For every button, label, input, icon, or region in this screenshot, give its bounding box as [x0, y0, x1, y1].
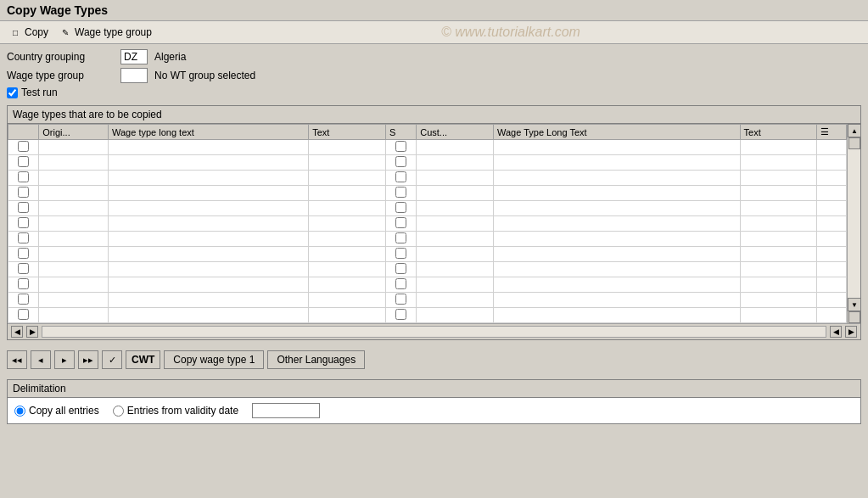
row-s-checkbox[interactable]: [395, 263, 406, 274]
copy-wage-type-button[interactable]: Copy wage type 1: [164, 350, 264, 369]
country-grouping-input[interactable]: [120, 49, 148, 64]
scroll-down-btn[interactable]: ▼: [848, 298, 861, 311]
table-row[interactable]: [8, 186, 847, 201]
table-cell[interactable]: [385, 277, 416, 293]
first-record-btn[interactable]: ◂◂: [7, 350, 27, 369]
toolbar-copy[interactable]: □ Copy: [5, 24, 52, 41]
row-checkbox[interactable]: [18, 187, 29, 198]
cwt-button[interactable]: CWT: [126, 350, 160, 369]
row-s-checkbox[interactable]: [395, 171, 406, 182]
row-selector[interactable]: [8, 171, 39, 186]
row-selector[interactable]: [8, 201, 39, 216]
table-row[interactable]: [8, 308, 847, 323]
table-cell: [109, 216, 309, 232]
row-s-checkbox[interactable]: [395, 248, 406, 259]
row-selector[interactable]: [8, 247, 39, 262]
col-header-custlongtext[interactable]: Wage Type Long Text: [494, 125, 741, 140]
table-cell[interactable]: [385, 216, 416, 232]
row-s-checkbox[interactable]: [395, 217, 406, 228]
row-s-checkbox[interactable]: [395, 141, 406, 152]
row-selector[interactable]: [8, 262, 39, 277]
table-row[interactable]: [8, 232, 847, 247]
table-cell[interactable]: [385, 232, 416, 247]
row-checkbox[interactable]: [18, 309, 29, 320]
table-cell: [817, 262, 847, 277]
row-s-checkbox[interactable]: [395, 232, 406, 243]
scroll-left-btn[interactable]: ◀: [11, 326, 23, 338]
other-languages-button[interactable]: Other Languages: [267, 350, 365, 369]
table-cell[interactable]: [385, 171, 416, 186]
row-checkbox[interactable]: [18, 141, 29, 152]
table-cell[interactable]: [385, 201, 416, 216]
table-cell: [417, 262, 494, 277]
row-selector[interactable]: [8, 308, 39, 323]
row-checkbox[interactable]: [18, 232, 29, 243]
row-s-checkbox[interactable]: [395, 309, 406, 320]
execute-btn[interactable]: ✓: [102, 350, 122, 369]
scroll-right-btn[interactable]: ▶: [26, 326, 38, 338]
last-record-btn[interactable]: ▸▸: [78, 350, 98, 369]
toolbar-wage-type-group[interactable]: ✎ Wage type group: [55, 24, 155, 41]
row-s-checkbox[interactable]: [395, 278, 406, 289]
table-row[interactable]: [8, 293, 847, 308]
table-cell[interactable]: [385, 293, 416, 308]
row-selector[interactable]: [8, 232, 39, 247]
table-row[interactable]: [8, 262, 847, 277]
scroll-up-btn[interactable]: ▲: [848, 124, 861, 137]
row-selector[interactable]: [8, 155, 39, 171]
row-s-checkbox[interactable]: [395, 294, 406, 305]
row-selector[interactable]: [8, 216, 39, 232]
wage-type-group-input[interactable]: [120, 68, 148, 83]
row-checkbox[interactable]: [18, 171, 29, 182]
vertical-scrollbar[interactable]: ▲ ▼: [847, 124, 860, 323]
row-checkbox[interactable]: [18, 202, 29, 213]
row-checkbox[interactable]: [18, 294, 29, 305]
table-cell[interactable]: [385, 155, 416, 171]
prev-record-btn[interactable]: ◂: [31, 350, 51, 369]
row-selector[interactable]: [8, 293, 39, 308]
table-row[interactable]: [8, 247, 847, 262]
table-row[interactable]: [8, 171, 847, 186]
table-cell: [494, 293, 741, 308]
table-row[interactable]: [8, 216, 847, 232]
copy-all-radio[interactable]: [14, 406, 25, 417]
table-cell[interactable]: [385, 262, 416, 277]
table-cell: [740, 308, 817, 323]
col-header-longtext[interactable]: Wage type long text: [109, 125, 309, 140]
row-selector[interactable]: [8, 140, 39, 155]
row-s-checkbox[interactable]: [395, 202, 406, 213]
col-header-custtext[interactable]: Text: [740, 125, 817, 140]
scroll-h-left-btn[interactable]: ◀: [830, 326, 842, 338]
table-cell: [494, 201, 741, 216]
row-s-checkbox[interactable]: [395, 187, 406, 198]
horizontal-scrollbar[interactable]: [42, 326, 826, 338]
table-row[interactable]: [8, 140, 847, 155]
row-checkbox[interactable]: [18, 248, 29, 259]
table-cell: [309, 308, 386, 323]
validity-date-input[interactable]: [252, 403, 320, 418]
table-row[interactable]: [8, 201, 847, 216]
table-row[interactable]: [8, 155, 847, 171]
table-cell: [109, 262, 309, 277]
next-record-btn[interactable]: ▸: [54, 350, 75, 369]
row-checkbox[interactable]: [18, 217, 29, 228]
row-s-checkbox[interactable]: [395, 156, 406, 167]
col-header-orig[interactable]: Origi...: [39, 125, 109, 140]
row-checkbox[interactable]: [18, 278, 29, 289]
test-run-checkbox[interactable]: [7, 87, 18, 98]
table-cell[interactable]: [385, 247, 416, 262]
table-cell[interactable]: [385, 186, 416, 201]
table-cell[interactable]: [385, 140, 416, 155]
row-checkbox[interactable]: [18, 263, 29, 274]
row-selector[interactable]: [8, 277, 39, 293]
col-header-s[interactable]: S: [385, 125, 416, 140]
scroll-h-right-btn[interactable]: ▶: [845, 326, 857, 338]
row-checkbox[interactable]: [18, 156, 29, 167]
row-selector[interactable]: [8, 186, 39, 201]
table-cell[interactable]: [385, 308, 416, 323]
col-header-text[interactable]: Text: [309, 125, 386, 140]
table-row[interactable]: [8, 277, 847, 293]
entries-from-radio[interactable]: [113, 406, 124, 417]
col-header-cust[interactable]: Cust...: [417, 125, 494, 140]
table-cell: [417, 216, 494, 232]
